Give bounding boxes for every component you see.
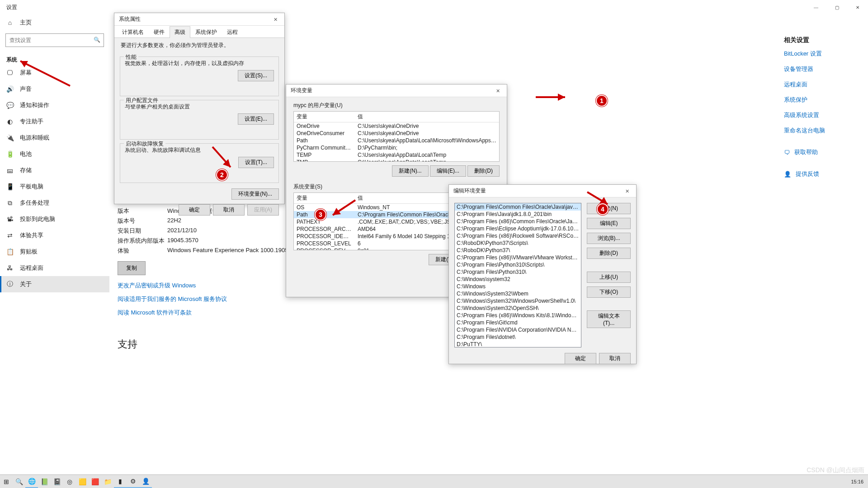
edit-text-button[interactable]: 编辑文本(T)... — [587, 310, 631, 328]
env-title[interactable]: 环境变量 — [286, 84, 507, 97]
col-variable[interactable]: 变量 — [294, 112, 355, 122]
explorer-icon[interactable]: 📁 — [101, 475, 114, 488]
rel-help[interactable]: 获取帮助 — [794, 148, 818, 156]
table-row[interactable]: PathC:\Users\skyea\AppData\Local\Microso… — [294, 137, 499, 144]
table-row[interactable]: OneDriveConsumerC:\Users\skyea\OneDrive — [294, 130, 499, 137]
sidebar-item[interactable]: ◐专注助手 — [0, 113, 109, 130]
profile-settings-button[interactable]: 设置(E)... — [238, 113, 274, 125]
app-icon[interactable]: 👤 — [139, 475, 152, 488]
sidebar-item[interactable]: 📽投影到此电脑 — [0, 211, 109, 227]
app-icon[interactable]: 📗 — [38, 475, 51, 488]
user-vars-table[interactable]: 变量值 OneDriveC:\Users\skyea\OneDriveOneDr… — [293, 111, 500, 162]
sysprops-title[interactable]: 系统属性 — [114, 13, 284, 26]
sidebar-item[interactable]: 🔌电源和睡眠 — [0, 130, 109, 146]
rel-system-protection[interactable]: 系统保护 — [784, 96, 852, 104]
edit-new-button[interactable]: 新建(N) — [587, 203, 631, 214]
sidebar-item[interactable]: 🔋电池 — [0, 146, 109, 162]
table-row[interactable]: PyCharm Community EditionD:\PyCharm\bin; — [294, 144, 499, 151]
app-icon[interactable]: 🟥 — [89, 475, 101, 488]
table-row[interactable]: TMPC:\Users\skyea\AppData\Local\Temp — [294, 159, 499, 162]
app-icon[interactable]: 📓 — [51, 475, 63, 488]
edge-icon[interactable]: 🌐 — [25, 475, 38, 488]
chrome-icon[interactable]: ◎ — [63, 475, 76, 488]
taskbar[interactable]: ⊞ 🔍 🌐 📗 📓 ◎ 🟨 🟥 📁 ▮ ⚙ 👤 15:16 — [0, 474, 868, 488]
list-item[interactable]: C:\Windows — [455, 283, 581, 290]
list-item[interactable]: C:\Program Files\Java\jdk1.8.0_201\bin — [455, 211, 581, 218]
rel-remote-desktop[interactable]: 远程桌面 — [784, 80, 852, 89]
edit-delete-button[interactable]: 删除(D) — [587, 248, 631, 259]
list-item[interactable]: C:\Program Files\Common Files\Oracle\Jav… — [455, 203, 581, 211]
list-item[interactable]: C:\Program Files (x86)\Common Files\Orac… — [455, 218, 581, 225]
list-item[interactable]: C:\Program Files\Git\cmd — [455, 319, 581, 326]
sidebar-item[interactable]: 🖧远程桌面 — [0, 260, 109, 276]
edit-cancel[interactable]: 取消 — [599, 353, 631, 364]
list-item[interactable]: C:\Windows\System32\Wbem — [455, 290, 581, 297]
perf-settings-button[interactable]: 设置(S)... — [238, 70, 274, 81]
home-item[interactable]: ⌂主页 — [0, 14, 109, 31]
close-button[interactable]: ✕ — [847, 0, 868, 14]
user-new-button[interactable]: 新建(N)... — [392, 165, 429, 177]
table-row[interactable]: OneDriveC:\Users\skyea\OneDrive — [294, 122, 499, 130]
sysprops-ok[interactable]: 确定 — [179, 204, 210, 216]
list-item[interactable]: C:\RoboDK\Python37\Scripts\ — [455, 239, 581, 247]
list-item[interactable]: D:\PuTTY\ — [455, 341, 581, 347]
close-icon[interactable]: ✕ — [266, 13, 284, 26]
rel-rename-pc[interactable]: 重命名这台电脑 — [784, 127, 852, 135]
col-value[interactable]: 值 — [355, 112, 499, 122]
maximize-button[interactable]: ▢ — [826, 0, 847, 14]
app-icon[interactable]: 🟨 — [76, 475, 89, 488]
list-item[interactable]: C:\Windows\system32 — [455, 276, 581, 283]
sysprops-cancel[interactable]: 取消 — [213, 204, 245, 216]
rel-advanced-system[interactable]: 高级系统设置 — [784, 111, 852, 119]
rel-feedback[interactable]: 提供反馈 — [796, 170, 819, 178]
sidebar-item[interactable]: 💬通知和操作 — [0, 97, 109, 113]
taskview-search-icon[interactable]: 🔍 — [13, 475, 25, 488]
minimize-button[interactable]: — — [806, 0, 826, 14]
edit-env-title[interactable]: 编辑环境变量 — [449, 185, 636, 197]
user-delete-button[interactable]: 删除(D) — [467, 165, 500, 177]
link-license-terms[interactable]: 阅读 Microsoft 软件许可条款 — [118, 309, 434, 317]
sidebar-item[interactable]: 🖴存储 — [0, 162, 109, 178]
sidebar-item[interactable]: 🖵屏幕 — [0, 65, 109, 81]
env-vars-button[interactable]: 环境变量(N)... — [231, 188, 279, 200]
list-item[interactable]: C:\Windows\System32\OpenSSH\ — [455, 305, 581, 312]
list-item[interactable]: C:\RoboDK\Python37\ — [455, 247, 581, 254]
edit-down-button[interactable]: 下移(O) — [587, 286, 631, 298]
tab-0[interactable]: 计算机名 — [117, 26, 149, 38]
list-item[interactable]: C:\Program Files\Python310\Scripts\ — [455, 261, 581, 268]
tab-4[interactable]: 远程 — [222, 26, 243, 38]
close-icon[interactable]: ✕ — [489, 84, 507, 97]
copy-button[interactable]: 复制 — [118, 261, 146, 275]
list-item[interactable]: C:\Program Files\NVIDIA Corporation\NVID… — [455, 326, 581, 333]
tab-1[interactable]: 硬件 — [149, 26, 170, 38]
tab-3[interactable]: 系统保护 — [190, 26, 222, 38]
table-row[interactable]: TEMPC:\Users\skyea\AppData\Local\Temp — [294, 151, 499, 159]
close-icon[interactable]: ✕ — [618, 185, 636, 197]
list-item[interactable]: C:\Program Files\Python310\ — [455, 268, 581, 276]
rel-bitlocker[interactable]: BitLocker 设置 — [784, 50, 852, 58]
settings-taskbar-icon[interactable]: ⚙ — [127, 475, 139, 488]
terminal-icon[interactable]: ▮ — [114, 475, 127, 488]
sidebar-item[interactable]: 🔊声音 — [0, 81, 109, 97]
list-item[interactable]: C:\Program Files (x86)\Windows Kits\8.1\… — [455, 312, 581, 319]
sidebar-item[interactable]: 📋剪贴板 — [0, 244, 109, 260]
user-edit-button[interactable]: 编辑(E)... — [430, 165, 466, 177]
edit-ok[interactable]: 确定 — [565, 353, 596, 364]
list-item[interactable]: C:\Program Files (x86)\Rockwell Software… — [455, 232, 581, 239]
rel-device-manager[interactable]: 设备管理器 — [784, 65, 852, 73]
list-item[interactable]: C:\Program Files (x86)\VMware\VMware Wor… — [455, 254, 581, 261]
list-item[interactable]: C:\Program Files\Eclipse Adoptium\jdk-17… — [455, 225, 581, 232]
edit-up-button[interactable]: 上移(U) — [587, 272, 631, 283]
path-list[interactable]: C:\Program Files\Common Files\Oracle\Jav… — [454, 203, 581, 347]
sidebar-item[interactable]: ⇄体验共享 — [0, 227, 109, 244]
taskbar-clock[interactable]: 15:16 — [851, 479, 868, 484]
edit-edit-button[interactable]: 编辑(E) — [587, 218, 631, 229]
search-input[interactable] — [5, 33, 104, 47]
sidebar-item[interactable]: 📱平板电脑 — [0, 178, 109, 195]
sidebar-item[interactable]: ⓘ关于 — [0, 276, 109, 292]
edit-browse-button[interactable]: 浏览(B)... — [587, 233, 631, 244]
start-button[interactable]: ⊞ — [0, 475, 13, 488]
sidebar-item[interactable]: ⧉多任务处理 — [0, 195, 109, 211]
tab-2[interactable]: 高级 — [170, 26, 190, 38]
list-item[interactable]: C:\Windows\System32\WindowsPowerShell\v1… — [455, 297, 581, 305]
